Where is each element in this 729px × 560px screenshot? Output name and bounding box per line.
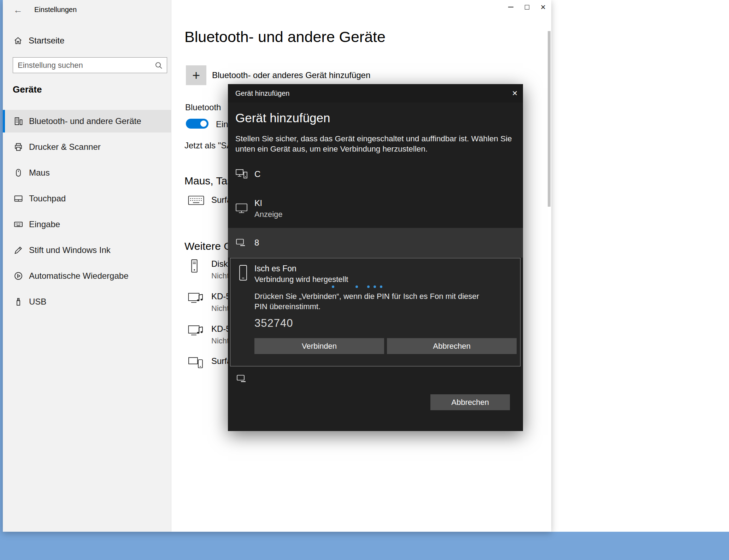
sidebar-item-label: USB xyxy=(29,297,46,307)
dialog-titlebar: Gerät hinzufügen ✕ xyxy=(228,84,523,102)
selected-accent-bar xyxy=(3,110,5,132)
sidebar-item-label: Automatische Wiedergabe xyxy=(29,271,128,281)
sidebar-item-mouse[interactable]: Maus xyxy=(3,161,171,184)
dialog-description: Stellen Sie sicher, dass das Gerät einge… xyxy=(235,134,515,154)
device-row-tv-2[interactable]: KD-5 Nicht xyxy=(188,324,231,346)
pairing-cancel-button[interactable]: Abbrechen xyxy=(387,338,517,354)
add-device-dialog: Gerät hinzufügen ✕ Gerät hinzufügen Stel… xyxy=(228,84,523,431)
device-row-tv-1[interactable]: KD-5 Nicht xyxy=(188,291,231,313)
dialog-device-name: Kl xyxy=(254,198,283,208)
mouse-icon xyxy=(13,168,23,178)
sidebar-item-label: Bluetooth- und andere Geräte xyxy=(29,116,141,126)
tv-audio-icon xyxy=(188,291,206,305)
toggle-knob xyxy=(200,120,207,127)
sidebar-item-autoplay[interactable]: Automatische Wiedergabe xyxy=(3,265,171,287)
minimize-button[interactable] xyxy=(502,0,519,14)
tv-audio-icon xyxy=(188,324,206,337)
sidebar-item-bluetooth-devices[interactable]: Bluetooth- und andere Geräte xyxy=(3,110,171,132)
toggle-state-label: Ein xyxy=(216,119,228,129)
search-box xyxy=(13,57,167,73)
dialog-title: Gerät hinzufügen xyxy=(235,89,289,98)
maximize-icon xyxy=(525,5,529,10)
tablet-device-icon xyxy=(236,374,248,384)
sidebar: ← Einstellungen Startseite Geräte xyxy=(3,0,171,532)
smartphone-icon xyxy=(238,265,248,282)
phone-monitor-icon xyxy=(188,356,206,369)
bluetooth-section-label: Bluetooth xyxy=(185,102,221,112)
sidebar-item-label: Touchpad xyxy=(29,194,66,204)
tablet-device-icon xyxy=(235,238,248,248)
pairing-pin: 352740 xyxy=(254,317,293,330)
dialog-device-name: 8 xyxy=(254,238,259,248)
sidebar-item-usb[interactable]: USB xyxy=(3,290,171,313)
pc-device-icon xyxy=(235,168,248,181)
dialog-device-name: C xyxy=(254,169,260,179)
printer-icon xyxy=(13,142,23,152)
sidebar-item-label: Eingabe xyxy=(29,219,60,229)
sidebar-item-pen-ink[interactable]: Stift und Windows Ink xyxy=(3,239,171,261)
discoverable-text: Jetzt als "SA xyxy=(184,141,232,151)
dialog-heading: Gerät hinzufügen xyxy=(235,111,330,125)
progress-dot xyxy=(367,285,370,288)
search-icon[interactable] xyxy=(154,61,163,71)
sidebar-item-touchpad[interactable]: Touchpad xyxy=(3,187,171,210)
dialog-close-button[interactable]: ✕ xyxy=(507,84,523,102)
monitor-icon xyxy=(235,203,248,214)
section-other-heading: Weitere G xyxy=(184,240,232,252)
app-title: Einstellungen xyxy=(34,6,77,14)
touchpad-icon xyxy=(13,194,23,204)
sidebar-item-label: Drucker & Scanner xyxy=(29,142,101,152)
progress-dot xyxy=(380,285,382,288)
sidebar-section-label: Geräte xyxy=(13,84,42,95)
page-title: Bluetooth- und andere Geräte xyxy=(184,28,386,46)
usb-icon xyxy=(13,297,23,307)
dialog-device-row-8[interactable]: 8 xyxy=(228,228,523,258)
connect-button[interactable]: Verbinden xyxy=(254,338,384,354)
sidebar-nav: Bluetooth- und andere Geräte Drucker & S… xyxy=(3,110,171,316)
pairing-card: Isch es Fon Verbindung wird hergestellt … xyxy=(230,258,521,366)
drive-icon xyxy=(188,259,206,275)
sidebar-item-label: Stift und Windows Ink xyxy=(29,245,111,255)
home-icon xyxy=(13,36,23,45)
device-row-surface-keyboard[interactable]: Surfa xyxy=(188,195,231,206)
devices-icon xyxy=(13,116,23,126)
home-label: Startseite xyxy=(29,36,64,46)
desktop-background: ← Einstellungen Startseite Geräte xyxy=(0,0,729,560)
maximize-button[interactable] xyxy=(519,0,535,14)
sidebar-item-home[interactable]: Startseite xyxy=(3,33,171,48)
autoplay-icon xyxy=(13,271,23,281)
pairing-device-name: Isch es Fon xyxy=(254,264,296,273)
device-row-surface[interactable]: Surfa xyxy=(188,356,231,369)
dialog-device-subtitle: Anzeige xyxy=(254,210,283,219)
window-caption-buttons: ✕ xyxy=(502,0,551,14)
add-device-label: Bluetooth- oder anderes Gerät hinzufügen xyxy=(212,70,370,80)
pen-icon xyxy=(13,245,23,255)
back-button[interactable]: ← xyxy=(13,4,28,16)
plus-icon: + xyxy=(186,65,206,85)
progress-dot xyxy=(355,285,358,288)
close-button[interactable]: ✕ xyxy=(535,0,551,14)
pairing-instruction: Drücken Sie „Verbinden“, wenn die PIN fü… xyxy=(254,291,488,312)
keyboard-icon xyxy=(13,219,23,229)
dialog-device-row-c[interactable]: C xyxy=(228,158,523,190)
device-row-diskstation[interactable]: DiskS Nicht xyxy=(188,259,234,281)
close-icon: ✕ xyxy=(540,4,546,11)
pairing-status: Verbindung wird hergestellt xyxy=(254,275,348,284)
progress-dot xyxy=(374,285,376,288)
dialog-cancel-button[interactable]: Abbrechen xyxy=(430,394,510,410)
sidebar-item-label: Maus xyxy=(29,168,50,178)
search-input[interactable] xyxy=(13,58,167,73)
dialog-device-row-kl[interactable]: Kl Anzeige xyxy=(228,193,523,224)
progress-dot xyxy=(332,285,334,288)
minimize-icon xyxy=(508,7,513,7)
sidebar-item-printers-scanners[interactable]: Drucker & Scanner xyxy=(3,136,171,158)
keyboard-icon xyxy=(188,195,206,206)
sidebar-item-typing[interactable]: Eingabe xyxy=(3,213,171,236)
section-mouse-heading: Maus, Tas xyxy=(184,175,233,187)
add-device-button[interactable]: + Bluetooth- oder anderes Gerät hinzufüg… xyxy=(186,65,370,85)
bluetooth-toggle[interactable] xyxy=(186,119,208,129)
scrollbar-thumb[interactable] xyxy=(548,31,551,207)
background-window xyxy=(551,0,729,532)
